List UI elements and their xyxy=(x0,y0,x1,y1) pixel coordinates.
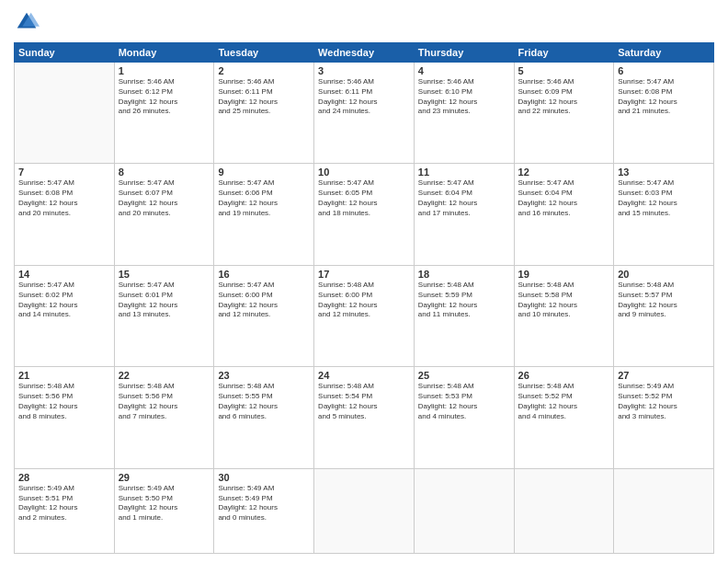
cell-sun-info: Sunrise: 5:47 AM Sunset: 6:08 PM Dayligh… xyxy=(18,178,110,218)
day-number: 15 xyxy=(119,269,210,280)
cell-sun-info: Sunrise: 5:47 AM Sunset: 6:01 PM Dayligh… xyxy=(119,281,210,320)
day-number: 22 xyxy=(119,370,210,381)
cell-sun-info: Sunrise: 5:48 AM Sunset: 5:57 PM Dayligh… xyxy=(618,281,710,320)
weekday-header: Wednesday xyxy=(314,43,415,63)
cell-sun-info: Sunrise: 5:48 AM Sunset: 5:54 PM Dayligh… xyxy=(318,382,410,421)
cell-sun-info: Sunrise: 5:48 AM Sunset: 6:00 PM Dayligh… xyxy=(318,281,410,320)
calendar-cell: 13Sunrise: 5:47 AM Sunset: 6:03 PM Dayli… xyxy=(614,164,714,265)
day-number: 18 xyxy=(418,269,510,280)
day-number: 25 xyxy=(418,370,510,381)
calendar-cell: 4Sunrise: 5:46 AM Sunset: 6:10 PM Daylig… xyxy=(414,63,514,164)
weekday-header: Sunday xyxy=(15,43,115,63)
calendar-cell: 9Sunrise: 5:47 AM Sunset: 6:06 PM Daylig… xyxy=(214,164,314,265)
calendar-cell: 27Sunrise: 5:49 AM Sunset: 5:52 PM Dayli… xyxy=(614,367,714,468)
calendar-cell: 1Sunrise: 5:46 AM Sunset: 6:12 PM Daylig… xyxy=(114,63,214,164)
day-number: 9 xyxy=(218,167,310,178)
cell-sun-info: Sunrise: 5:49 AM Sunset: 5:52 PM Dayligh… xyxy=(618,382,710,421)
calendar-row: 14Sunrise: 5:47 AM Sunset: 6:02 PM Dayli… xyxy=(15,265,714,366)
calendar-cell xyxy=(414,468,514,553)
cell-sun-info: Sunrise: 5:47 AM Sunset: 6:04 PM Dayligh… xyxy=(418,178,510,218)
cell-sun-info: Sunrise: 5:48 AM Sunset: 5:59 PM Dayligh… xyxy=(418,281,510,320)
cell-sun-info: Sunrise: 5:47 AM Sunset: 6:06 PM Dayligh… xyxy=(218,178,310,218)
calendar-cell: 5Sunrise: 5:46 AM Sunset: 6:09 PM Daylig… xyxy=(514,63,614,164)
calendar-row: 21Sunrise: 5:48 AM Sunset: 5:56 PM Dayli… xyxy=(15,367,714,468)
day-number: 10 xyxy=(318,167,410,178)
day-number: 23 xyxy=(218,370,310,381)
day-number: 17 xyxy=(318,269,410,280)
cell-sun-info: Sunrise: 5:46 AM Sunset: 6:11 PM Dayligh… xyxy=(218,77,310,117)
day-number: 8 xyxy=(119,167,210,178)
calendar-cell: 16Sunrise: 5:47 AM Sunset: 6:00 PM Dayli… xyxy=(214,265,314,366)
cell-sun-info: Sunrise: 5:47 AM Sunset: 6:04 PM Dayligh… xyxy=(518,178,610,218)
calendar-cell: 30Sunrise: 5:49 AM Sunset: 5:49 PM Dayli… xyxy=(214,468,314,553)
cell-sun-info: Sunrise: 5:46 AM Sunset: 6:10 PM Dayligh… xyxy=(418,77,510,117)
day-number: 26 xyxy=(518,370,610,381)
day-number: 2 xyxy=(218,65,310,76)
logo-icon xyxy=(14,9,40,35)
calendar-cell: 28Sunrise: 5:49 AM Sunset: 5:51 PM Dayli… xyxy=(15,468,115,553)
cell-sun-info: Sunrise: 5:48 AM Sunset: 5:53 PM Dayligh… xyxy=(418,382,510,421)
calendar-cell: 12Sunrise: 5:47 AM Sunset: 6:04 PM Dayli… xyxy=(514,164,614,265)
weekday-header: Thursday xyxy=(414,43,514,63)
day-number: 11 xyxy=(418,167,510,178)
cell-sun-info: Sunrise: 5:47 AM Sunset: 6:00 PM Dayligh… xyxy=(218,281,310,320)
day-number: 29 xyxy=(119,472,210,483)
day-number: 16 xyxy=(218,269,310,280)
calendar-cell: 24Sunrise: 5:48 AM Sunset: 5:54 PM Dayli… xyxy=(314,367,415,468)
calendar-cell: 14Sunrise: 5:47 AM Sunset: 6:02 PM Dayli… xyxy=(15,265,115,366)
cell-sun-info: Sunrise: 5:46 AM Sunset: 6:11 PM Dayligh… xyxy=(318,77,410,117)
calendar-cell: 7Sunrise: 5:47 AM Sunset: 6:08 PM Daylig… xyxy=(15,164,115,265)
day-number: 27 xyxy=(618,370,710,381)
calendar-cell: 17Sunrise: 5:48 AM Sunset: 6:00 PM Dayli… xyxy=(314,265,415,366)
calendar-cell: 26Sunrise: 5:48 AM Sunset: 5:52 PM Dayli… xyxy=(514,367,614,468)
weekday-header: Tuesday xyxy=(214,43,314,63)
page: SundayMondayTuesdayWednesdayThursdayFrid… xyxy=(0,0,728,563)
cell-sun-info: Sunrise: 5:49 AM Sunset: 5:50 PM Dayligh… xyxy=(119,484,210,523)
cell-sun-info: Sunrise: 5:49 AM Sunset: 5:49 PM Dayligh… xyxy=(218,484,310,523)
day-number: 13 xyxy=(618,167,710,178)
calendar-table: SundayMondayTuesdayWednesdayThursdayFrid… xyxy=(14,42,714,554)
day-number: 6 xyxy=(618,65,710,76)
calendar-cell xyxy=(314,468,415,553)
day-number: 19 xyxy=(518,269,610,280)
cell-sun-info: Sunrise: 5:47 AM Sunset: 6:03 PM Dayligh… xyxy=(618,178,710,218)
day-number: 24 xyxy=(318,370,410,381)
cell-sun-info: Sunrise: 5:46 AM Sunset: 6:12 PM Dayligh… xyxy=(119,77,210,117)
cell-sun-info: Sunrise: 5:47 AM Sunset: 6:02 PM Dayligh… xyxy=(18,281,110,320)
calendar-row: 28Sunrise: 5:49 AM Sunset: 5:51 PM Dayli… xyxy=(15,468,714,553)
day-number: 4 xyxy=(418,65,510,76)
calendar-cell: 29Sunrise: 5:49 AM Sunset: 5:50 PM Dayli… xyxy=(114,468,214,553)
cell-sun-info: Sunrise: 5:48 AM Sunset: 5:56 PM Dayligh… xyxy=(18,382,110,421)
cell-sun-info: Sunrise: 5:48 AM Sunset: 5:52 PM Dayligh… xyxy=(518,382,610,421)
calendar-cell: 11Sunrise: 5:47 AM Sunset: 6:04 PM Dayli… xyxy=(414,164,514,265)
day-number: 30 xyxy=(218,472,310,483)
calendar-cell: 15Sunrise: 5:47 AM Sunset: 6:01 PM Dayli… xyxy=(114,265,214,366)
calendar-cell: 19Sunrise: 5:48 AM Sunset: 5:58 PM Dayli… xyxy=(514,265,614,366)
calendar-cell: 21Sunrise: 5:48 AM Sunset: 5:56 PM Dayli… xyxy=(15,367,115,468)
weekday-header: Saturday xyxy=(614,43,714,63)
day-number: 14 xyxy=(18,269,110,280)
calendar-cell xyxy=(614,468,714,553)
calendar-cell: 8Sunrise: 5:47 AM Sunset: 6:07 PM Daylig… xyxy=(114,164,214,265)
calendar-row: 7Sunrise: 5:47 AM Sunset: 6:08 PM Daylig… xyxy=(15,164,714,265)
cell-sun-info: Sunrise: 5:49 AM Sunset: 5:51 PM Dayligh… xyxy=(18,484,110,523)
day-number: 7 xyxy=(18,167,110,178)
weekday-header: Monday xyxy=(114,43,214,63)
calendar-row: 1Sunrise: 5:46 AM Sunset: 6:12 PM Daylig… xyxy=(15,63,714,164)
day-number: 20 xyxy=(618,269,710,280)
day-number: 28 xyxy=(18,472,110,483)
cell-sun-info: Sunrise: 5:48 AM Sunset: 5:55 PM Dayligh… xyxy=(218,382,310,421)
day-number: 5 xyxy=(518,65,610,76)
calendar-cell: 25Sunrise: 5:48 AM Sunset: 5:53 PM Dayli… xyxy=(414,367,514,468)
weekday-header: Friday xyxy=(514,43,614,63)
cell-sun-info: Sunrise: 5:47 AM Sunset: 6:08 PM Dayligh… xyxy=(618,77,710,117)
calendar-cell: 22Sunrise: 5:48 AM Sunset: 5:56 PM Dayli… xyxy=(114,367,214,468)
calendar-cell xyxy=(514,468,614,553)
calendar-cell: 18Sunrise: 5:48 AM Sunset: 5:59 PM Dayli… xyxy=(414,265,514,366)
calendar-cell xyxy=(15,63,115,164)
day-number: 12 xyxy=(518,167,610,178)
calendar-cell: 23Sunrise: 5:48 AM Sunset: 5:55 PM Dayli… xyxy=(214,367,314,468)
cell-sun-info: Sunrise: 5:48 AM Sunset: 5:58 PM Dayligh… xyxy=(518,281,610,320)
cell-sun-info: Sunrise: 5:48 AM Sunset: 5:56 PM Dayligh… xyxy=(119,382,210,421)
logo xyxy=(14,9,43,35)
